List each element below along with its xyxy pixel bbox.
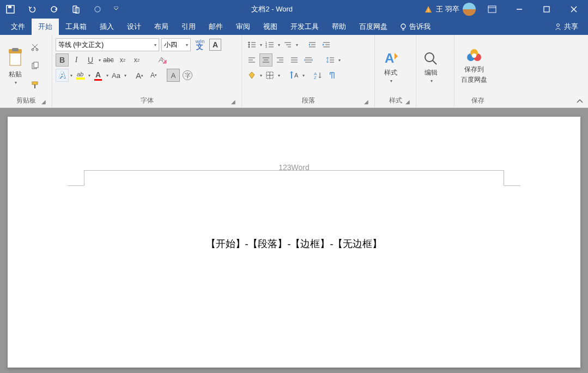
grow-font-icon[interactable]: A▴ bbox=[133, 69, 146, 82]
align-center-icon[interactable] bbox=[259, 53, 272, 67]
chevron-down-icon[interactable]: ▾ bbox=[338, 58, 341, 63]
tab-help[interactable]: 帮助 bbox=[325, 19, 353, 35]
svg-text:A: A bbox=[158, 56, 163, 64]
svg-rect-20 bbox=[12, 48, 19, 51]
shading-icon[interactable] bbox=[245, 69, 258, 82]
clear-formatting-icon[interactable]: A bbox=[155, 53, 168, 67]
decrease-indent-icon[interactable] bbox=[306, 38, 319, 51]
tab-layout[interactable]: 布局 bbox=[148, 19, 175, 35]
svg-point-34 bbox=[248, 46, 250, 48]
ribbon-display-icon[interactable] bbox=[481, 1, 503, 17]
cut-icon[interactable] bbox=[28, 40, 41, 53]
font-launcher-icon[interactable]: ◢ bbox=[229, 98, 237, 105]
tab-file[interactable]: 文件 bbox=[4, 19, 32, 35]
user-account[interactable]: ! 王 羽卒 bbox=[424, 3, 476, 16]
align-distribute-icon[interactable] bbox=[302, 53, 315, 67]
tab-home[interactable]: 开始 bbox=[32, 19, 59, 35]
chevron-down-icon[interactable]: ▾ bbox=[99, 58, 101, 63]
clipboard-launcher-icon[interactable]: ◢ bbox=[40, 98, 47, 105]
font-name-combo[interactable]: 等线 (中文正文)▾ bbox=[56, 38, 159, 51]
font-size-combo[interactable]: 小四▾ bbox=[161, 38, 191, 51]
copy-icon[interactable] bbox=[28, 59, 41, 73]
format-painter-icon[interactable] bbox=[28, 79, 41, 92]
align-left-icon[interactable] bbox=[245, 53, 258, 67]
tab-insert[interactable]: 插入 bbox=[93, 19, 120, 35]
body-text[interactable]: 【开始】-【段落】-【边框】-【无边框】 bbox=[8, 237, 580, 250]
shrink-font-icon[interactable]: A▾ bbox=[147, 69, 160, 82]
paragraph-launcher-icon[interactable]: ◢ bbox=[362, 98, 370, 105]
character-border-icon[interactable]: A bbox=[209, 39, 221, 51]
tab-view[interactable]: 视图 bbox=[257, 19, 284, 35]
lightbulb-icon bbox=[399, 23, 407, 31]
undo-icon[interactable] bbox=[25, 2, 39, 16]
tab-baidu[interactable]: 百度网盘 bbox=[353, 19, 394, 35]
styles-launcher-icon[interactable]: ◢ bbox=[404, 98, 411, 105]
svg-text:3: 3 bbox=[265, 45, 267, 49]
collapse-ribbon-icon[interactable] bbox=[576, 99, 584, 104]
chevron-down-icon[interactable]: ▾ bbox=[70, 73, 72, 78]
enclose-char-icon[interactable]: A bbox=[167, 69, 180, 82]
maximize-icon[interactable] bbox=[536, 1, 557, 17]
strikethrough-button[interactable]: abc bbox=[102, 53, 115, 67]
group-paragraph: ▾ 123▾ ▾ ▾ ▾ ▾ A▾ bbox=[242, 35, 375, 107]
sort-icon[interactable]: AZ bbox=[311, 69, 324, 82]
chevron-down-icon[interactable]: ▾ bbox=[278, 73, 280, 78]
borders-icon[interactable] bbox=[263, 69, 276, 82]
superscript-button[interactable]: x2 bbox=[130, 53, 143, 67]
font-color-icon[interactable]: A bbox=[92, 69, 105, 82]
save-icon[interactable] bbox=[3, 2, 17, 16]
document-area[interactable]: 123Word 【开始】-【段落】-【边框】-【无边框】 bbox=[0, 108, 588, 373]
align-justify-icon[interactable] bbox=[288, 53, 301, 67]
minimize-icon[interactable] bbox=[508, 1, 530, 17]
tab-review[interactable]: 审阅 bbox=[229, 19, 257, 35]
touch-mode-icon[interactable] bbox=[69, 2, 83, 16]
redo-icon[interactable] bbox=[47, 2, 61, 16]
tab-toolbox[interactable]: 工具箱 bbox=[59, 19, 93, 35]
underline-button[interactable]: U bbox=[84, 53, 97, 67]
chevron-down-icon[interactable]: ▾ bbox=[260, 73, 262, 78]
editing-button[interactable]: 编辑 ▾ bbox=[420, 37, 442, 97]
asian-layout-icon[interactable]: A bbox=[288, 69, 301, 82]
chevron-down-icon[interactable]: ▾ bbox=[106, 73, 108, 78]
tab-design[interactable]: 设计 bbox=[120, 19, 148, 35]
chevron-down-icon[interactable]: ▾ bbox=[124, 73, 126, 78]
save-baidu-button[interactable]: 保存到 百度网盘 bbox=[458, 37, 490, 95]
chevron-down-icon[interactable]: ▾ bbox=[296, 43, 298, 47]
chevron-down-icon[interactable]: ▾ bbox=[278, 43, 280, 47]
increase-indent-icon[interactable] bbox=[320, 38, 333, 51]
line-spacing-icon[interactable] bbox=[324, 53, 337, 67]
char-shading-icon[interactable]: 字 bbox=[181, 69, 194, 82]
chevron-down-icon[interactable]: ▾ bbox=[260, 43, 262, 47]
styles-button[interactable]: A 样式 ▾ bbox=[378, 37, 403, 95]
show-marks-icon[interactable] bbox=[325, 69, 338, 82]
subscript-button[interactable]: x2 bbox=[116, 53, 129, 67]
document-title: 文档2 - Word bbox=[120, 4, 424, 14]
save-baidu-label-2: 百度网盘 bbox=[461, 75, 487, 85]
bold-button[interactable]: B bbox=[56, 53, 69, 67]
tab-mailings[interactable]: 邮件 bbox=[202, 19, 229, 35]
bullets-icon[interactable] bbox=[245, 38, 258, 51]
tab-references[interactable]: 引用 bbox=[175, 19, 202, 35]
qat-empty-icon[interactable] bbox=[90, 2, 105, 16]
chevron-down-icon[interactable]: ▾ bbox=[88, 73, 90, 78]
chevron-down-icon[interactable]: ▾ bbox=[302, 73, 305, 78]
share-button[interactable]: 共享 bbox=[549, 19, 584, 35]
highlight-icon[interactable]: ab bbox=[74, 69, 87, 82]
tell-me[interactable]: 告诉我 bbox=[394, 19, 436, 35]
text-effects-icon[interactable]: A bbox=[56, 69, 69, 82]
align-right-icon[interactable] bbox=[274, 53, 287, 67]
change-case-icon[interactable]: Aa bbox=[110, 69, 123, 82]
svg-line-78 bbox=[433, 61, 437, 64]
qat-customize-icon[interactable] bbox=[112, 2, 120, 16]
tab-developer[interactable]: 开发工具 bbox=[284, 19, 325, 35]
page[interactable]: 123Word 【开始】-【段落】-【边框】-【无边框】 bbox=[8, 117, 580, 368]
numbering-icon[interactable]: 123 bbox=[263, 38, 276, 51]
paste-button[interactable]: 粘贴 ▾ bbox=[3, 37, 27, 95]
close-icon[interactable] bbox=[563, 1, 585, 17]
group-styles: A 样式 ▾ 样式◢ bbox=[375, 35, 416, 107]
italic-button[interactable]: I bbox=[70, 53, 83, 67]
multilevel-list-icon[interactable] bbox=[281, 38, 294, 51]
share-icon bbox=[554, 23, 562, 31]
avatar bbox=[463, 3, 476, 16]
phonetic-guide-icon[interactable]: wén文 bbox=[192, 38, 208, 51]
